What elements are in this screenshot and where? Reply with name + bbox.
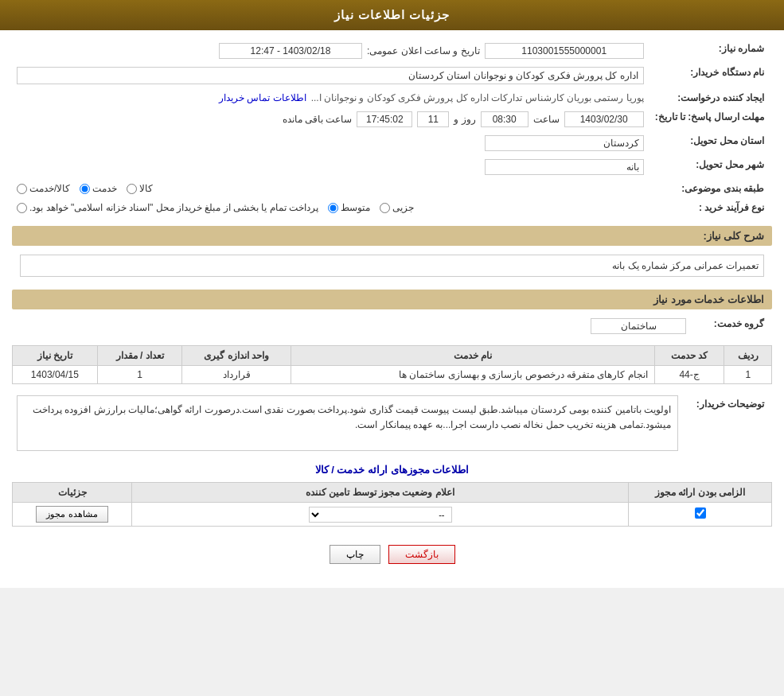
process-label-motavaset: متوسط [341,202,370,213]
category-label-kala: کالا [139,183,153,194]
back-button[interactable]: بازگشت [388,545,455,564]
buyer-desc-label: توضیحات خریدار: [683,392,770,454]
license-required-checkbox[interactable] [695,507,706,519]
deadline-day-label: روز و [454,114,475,125]
services-table: ردیف کد حدمت نام خدمت واحد اندازه گیری ت… [12,345,772,384]
service-cell-date: 1403/04/15 [13,366,98,384]
announce-value: 1403/02/18 - 12:47 [219,43,362,59]
services-tbody: 1 ج-44 انجام کارهای متفرقه درخصوص بازساز… [13,366,772,384]
page-title: جزئیات اطلاعات نیاز [334,8,450,21]
services-table-header: ردیف کد حدمت نام خدمت واحد اندازه گیری ت… [13,346,772,366]
city-label: شهر محل تحویل: [649,156,770,178]
service-group-row: گروه خدمت: ساختمان [14,315,770,337]
requester-value-cell: پوریا رستمی بوریان کارشناس تدارکات اداره… [14,89,647,107]
general-desc-table: تعمیرات عمرانی مرکز شماره یک بانه [12,250,772,282]
license-row: -- دارم ندارم مشاهده مجوز [13,503,772,527]
process-option-jozi: جزیی [380,202,414,213]
license-section-title: اطلاعات مجوزهای ارائه خدمت / کالا [12,464,772,476]
need-number-label: شماره نیاز: [649,40,770,62]
announce-label: تاریخ و ساعت اعلان عمومی: [367,45,480,56]
col-name: نام خدمت [291,346,655,366]
bottom-buttons: بازگشت چاپ [12,533,772,580]
license-status-cell: -- دارم ندارم [132,503,629,527]
license-table-header: الزامی بودن ارائه مجوز اعلام وضعیت مجوز … [13,483,772,503]
license-required-cell [629,503,772,527]
general-desc-value: تعمیرات عمرانی مرکز شماره یک بانه [20,255,764,277]
category-radio-kala-khedmat[interactable] [17,184,27,194]
service-row: 1 ج-44 انجام کارهای متفرقه درخصوص بازساز… [13,366,772,384]
category-label-khedmat: خدمت [92,183,117,194]
requester-link[interactable]: اطلاعات تماس خریدار [219,92,306,103]
province-value: کردستان [485,135,644,151]
province-value-cell: کردستان [14,132,647,154]
need-number-value-cell: 1103001555000001 تاریخ و ساعت اعلان عموم… [14,40,647,62]
deadline-date: 1403/02/30 [564,111,644,127]
process-label-other: پرداخت تمام یا بخشی از مبلغ خریداز محل "… [29,202,318,213]
service-cell-name: انجام کارهای متفرقه درخصوص بازسازی و بهس… [291,366,655,384]
page-wrapper: جزئیات اطلاعات نیاز شماره نیاز: 11030015… [0,0,784,588]
col-unit: واحد اندازه گیری [182,346,291,366]
province-label: استان محل تحویل: [649,132,770,154]
province-row: استان محل تحویل: کردستان [14,132,770,154]
category-radio-khedmat[interactable] [80,184,90,194]
service-group-value-cell: ساختمان [14,315,689,337]
buyer-org-value: اداره کل پرورش فکری کودکان و نوجوانان اس… [17,67,644,84]
print-button[interactable]: چاپ [330,545,380,564]
deadline-time: 08:30 [481,111,529,127]
view-license-button[interactable]: مشاهده مجوز [36,506,107,523]
service-group-value: ساختمان [591,318,686,334]
category-radio-kala[interactable] [127,184,137,194]
buyer-org-value-cell: اداره کل پرورش فکری کودکان و نوجوانان اس… [14,64,647,87]
col-license-details: جزئیات [13,483,132,503]
main-info-table: شماره نیاز: 1103001555000001 تاریخ و ساع… [12,38,772,218]
deadline-row: مهلت ارسال پاسخ: تا تاریخ: 1403/02/30 سا… [14,108,770,130]
process-value-cell: پرداخت تمام یا بخشی از مبلغ خریداز محل "… [14,199,647,216]
service-cell-quantity: 1 [97,366,182,384]
license-details-cell: مشاهده مجوز [13,503,132,527]
requester-row: ایجاد کننده درخواست: پوریا رستمی بوریان … [14,89,770,107]
license-table: الزامی بودن ارائه مجوز اعلام وضعیت مجوز … [12,482,772,527]
general-desc-value-cell: تعمیرات عمرانی مرکز شماره یک بانه [14,251,770,280]
deadline-value-cell: 1403/02/30 ساعت 08:30 روز و 11 17:45:02 … [14,108,647,130]
general-desc-label: شرح کلی نیاز: [703,230,764,242]
buyer-desc-table: توضیحات خریدار: اولویت باتامین کننده بوم… [12,391,772,456]
deadline-days: 11 [417,111,449,127]
process-radio-other[interactable] [17,203,27,213]
category-value-cell: کالا/خدمت خدمت کالا [14,180,647,197]
col-license-status: اعلام وضعیت مجوز توسط تامین کننده [132,483,629,503]
service-cell-row: 1 [724,366,772,384]
license-tbody: -- دارم ندارم مشاهده مجوز [13,503,772,527]
deadline-remaining-label: ساعت باقی مانده [283,114,353,125]
category-radio-group: کالا/خدمت خدمت کالا [17,183,644,194]
need-number-value: 1103001555000001 [485,43,644,59]
general-desc-row: تعمیرات عمرانی مرکز شماره یک بانه [14,251,770,280]
service-cell-code: ج-44 [654,366,724,384]
process-radio-jozi[interactable] [380,203,390,213]
services-section-title: اطلاعات خدمات مورد نیاز [12,290,772,309]
requester-group: پوریا رستمی بوریان کارشناس تدارکات اداره… [17,92,644,103]
general-desc-section-title: شرح کلی نیاز: [12,226,772,246]
category-row: طبقه بندی موضوعی: کالا/خدمت خدمت کالا [14,180,770,197]
col-code: کد حدمت [654,346,724,366]
category-option-kala-khedmat: کالا/خدمت [17,183,70,194]
city-value-cell: بانه [14,156,647,178]
requester-value: پوریا رستمی بوریان کارشناس تدارکات اداره… [311,92,644,103]
license-section-label: اطلاعات مجوزهای ارائه خدمت / کالا [315,464,470,476]
buyer-desc-value: اولویت باتامین کننده بومی کردستان میباشد… [17,395,678,451]
service-cell-unit: قرارداد [182,366,291,384]
col-license-required: الزامی بودن ارائه مجوز [629,483,772,503]
category-label-kala-khedmat: کالا/خدمت [29,183,70,194]
process-radio-motavaset[interactable] [328,203,338,213]
requester-label: ایجاد کننده درخواست: [649,89,770,107]
buyer-org-label: نام دستگاه خریدار: [649,64,770,87]
service-group-label: گروه خدمت: [691,315,770,337]
process-radio-group: پرداخت تمام یا بخشی از مبلغ خریداز محل "… [17,202,644,213]
deadline-group: 1403/02/30 ساعت 08:30 روز و 11 17:45:02 … [17,111,644,127]
process-option-other: پرداخت تمام یا بخشی از مبلغ خریداز محل "… [17,202,318,213]
main-content: شماره نیاز: 1103001555000001 تاریخ و ساع… [0,30,784,588]
deadline-label: مهلت ارسال پاسخ: تا تاریخ: [649,108,770,130]
license-status-select[interactable]: -- دارم ندارم [309,507,452,523]
service-group-table: گروه خدمت: ساختمان [12,313,772,339]
buyer-desc-value-cell: اولویت باتامین کننده بومی کردستان میباشد… [14,392,681,454]
buyer-org-row: نام دستگاه خریدار: اداره کل پرورش فکری ک… [14,64,770,87]
